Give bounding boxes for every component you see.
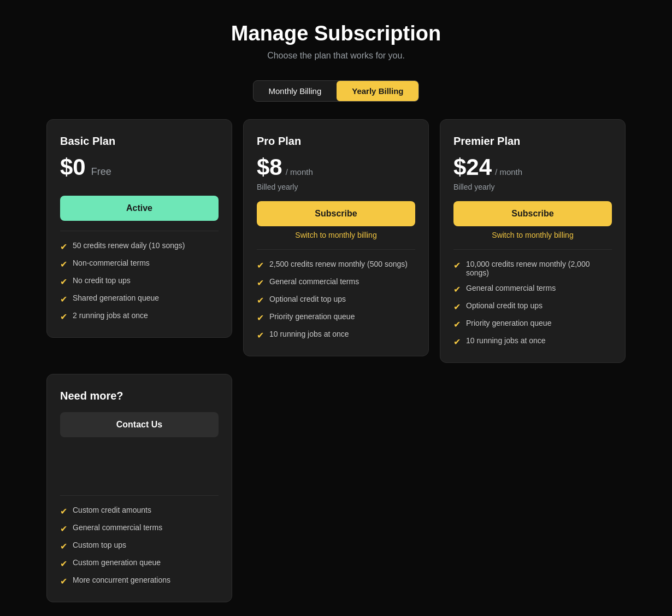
- list-item: ✔ General commercial terms: [453, 284, 612, 295]
- need-more-features: ✔ Custom credit amounts ✔ General commer…: [60, 506, 219, 586]
- list-item: ✔ Custom top ups: [60, 541, 219, 552]
- basic-plan-price-row: $0 Free: [60, 154, 219, 180]
- list-item: ✔ Priority generation queue: [453, 319, 612, 330]
- pro-plan-billed: Billed yearly: [257, 183, 415, 191]
- list-item: ✔ General commercial terms: [257, 277, 415, 288]
- list-item: ✔ 10 running jobs at once: [453, 336, 612, 347]
- basic-plan-price: $0: [60, 154, 86, 180]
- check-icon: ✔: [453, 284, 461, 295]
- billing-toggle-container: Monthly Billing Yearly Billing: [253, 80, 420, 102]
- list-item: ✔ Priority generation queue: [257, 312, 415, 323]
- check-icon: ✔: [453, 302, 461, 312]
- basic-plan-features: ✔ 50 credits renew daily (10 songs) ✔ No…: [60, 241, 219, 322]
- list-item: ✔ Optional credit top ups: [257, 295, 415, 306]
- premier-plan-card: Premier Plan $24 / month Billed yearly S…: [440, 119, 626, 363]
- list-item: ✔ More concurrent generations: [60, 576, 219, 586]
- basic-plan-divider: [60, 231, 219, 231]
- list-item: ✔ Optional credit top ups: [453, 301, 612, 312]
- billing-toggle: Monthly Billing Yearly Billing: [11, 80, 661, 102]
- check-icon: ✔: [60, 506, 67, 517]
- page-header: Manage Subscription Choose the plan that…: [11, 22, 661, 61]
- list-item: ✔ Custom generation queue: [60, 558, 219, 569]
- basic-plan-active-button[interactable]: Active: [60, 196, 219, 221]
- pro-plan-period: / month: [286, 167, 313, 177]
- check-icon: ✔: [453, 260, 461, 271]
- check-icon: ✔: [60, 259, 67, 269]
- list-item: ✔ 2,500 credits renew monthly (500 songs…: [257, 260, 415, 271]
- list-item: ✔ 10 running jobs at once: [257, 330, 415, 341]
- pro-plan-divider: [257, 249, 415, 250]
- check-icon: ✔: [257, 313, 264, 323]
- premier-plan-subscribe-button[interactable]: Subscribe: [453, 201, 612, 226]
- plans-grid: Basic Plan $0 Free Active ✔ 50 credits r…: [25, 119, 647, 363]
- list-item: ✔ 10,000 credits renew monthly (2,000 so…: [453, 260, 612, 277]
- premier-plan-divider: [453, 249, 612, 250]
- check-icon: ✔: [60, 242, 67, 252]
- premier-plan-features: ✔ 10,000 credits renew monthly (2,000 so…: [453, 260, 612, 347]
- need-more-title: Need more?: [60, 390, 219, 402]
- basic-plan-card: Basic Plan $0 Free Active ✔ 50 credits r…: [46, 119, 232, 338]
- check-icon: ✔: [60, 312, 67, 322]
- pro-plan-price-row: $8 / month: [257, 154, 415, 180]
- basic-plan-free-label: Free: [91, 166, 111, 178]
- page-subtitle: Choose the plan that works for you.: [11, 51, 661, 61]
- page-title: Manage Subscription: [11, 22, 661, 45]
- check-icon: ✔: [257, 295, 264, 306]
- need-more-divider: [60, 495, 219, 496]
- pro-plan-subscribe-button[interactable]: Subscribe: [257, 201, 415, 226]
- pro-switch-billing-link[interactable]: Switch to monthly billing: [257, 231, 415, 239]
- list-item: ✔ Shared generation queue: [60, 294, 219, 304]
- bottom-row: Need more? Contact Us ✔ Custom credit am…: [25, 374, 647, 602]
- monthly-billing-tab[interactable]: Monthly Billing: [254, 81, 337, 101]
- pro-plan-name: Pro Plan: [257, 135, 415, 148]
- check-icon: ✔: [60, 524, 67, 534]
- pro-plan-price: $8: [257, 154, 282, 180]
- check-icon: ✔: [60, 576, 67, 586]
- check-icon: ✔: [60, 559, 67, 569]
- pro-plan-features: ✔ 2,500 credits renew monthly (500 songs…: [257, 260, 415, 341]
- contact-us-button[interactable]: Contact Us: [60, 412, 219, 437]
- list-item: ✔ General commercial terms: [60, 523, 219, 534]
- pro-plan-card: Pro Plan $8 / month Billed yearly Subscr…: [243, 119, 429, 356]
- list-item: ✔ 50 credits renew daily (10 songs): [60, 241, 219, 252]
- list-item: ✔ 2 running jobs at once: [60, 311, 219, 322]
- check-icon: ✔: [257, 278, 264, 288]
- premier-plan-billed: Billed yearly: [453, 183, 612, 191]
- check-icon: ✔: [257, 260, 264, 271]
- check-icon: ✔: [60, 294, 67, 304]
- list-item: ✔ Non-commercial terms: [60, 259, 219, 269]
- yearly-billing-tab[interactable]: Yearly Billing: [337, 81, 418, 101]
- premier-plan-price-row: $24 / month: [453, 154, 612, 180]
- check-icon: ✔: [257, 330, 264, 341]
- premier-plan-name: Premier Plan: [453, 135, 612, 148]
- list-item: ✔ No credit top ups: [60, 276, 219, 287]
- premier-plan-period: / month: [495, 167, 522, 177]
- check-icon: ✔: [60, 541, 67, 552]
- check-icon: ✔: [453, 337, 461, 347]
- premier-plan-price: $24: [453, 154, 492, 180]
- need-more-card: Need more? Contact Us ✔ Custom credit am…: [46, 374, 232, 602]
- premier-switch-billing-link[interactable]: Switch to monthly billing: [453, 231, 612, 239]
- basic-plan-name: Basic Plan: [60, 135, 219, 148]
- check-icon: ✔: [453, 319, 461, 330]
- list-item: ✔ Custom credit amounts: [60, 506, 219, 517]
- check-icon: ✔: [60, 277, 67, 287]
